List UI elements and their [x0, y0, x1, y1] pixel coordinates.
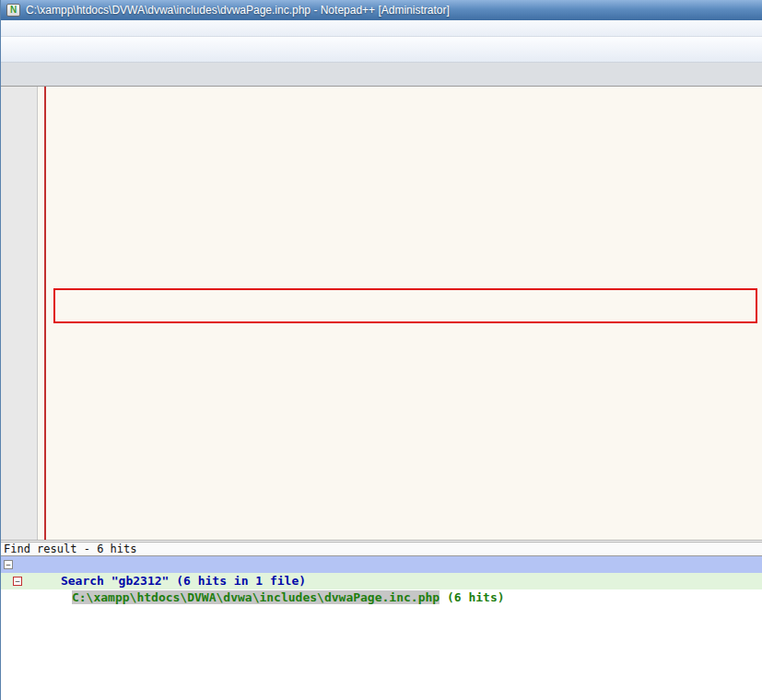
tab-bar	[1, 63, 762, 87]
toolbar	[1, 37, 762, 63]
search-summary-row[interactable]: Search "gb2312" (6 hits in 1 file)	[1, 556, 762, 573]
title-bar[interactable]: N C:\xampp\htdocs\DVWA\dvwa\includes\dvw…	[1, 0, 762, 20]
code-area[interactable]	[53, 87, 762, 540]
notepad-plus-plus-window: N C:\xampp\htdocs\DVWA\dvwa\includes\dvw…	[0, 0, 762, 700]
line-number-gutter	[1, 87, 38, 540]
collapse-search-icon[interactable]: −	[4, 560, 13, 569]
fold-line	[44, 87, 46, 540]
search-summary-label: Search "gb2312" (6 hits in 1 file)	[61, 574, 306, 588]
file-path-label: C:\xampp\htdocs\DVWA\dvwa\includes\dvwaP…	[72, 590, 440, 604]
find-result-caption[interactable]: Find result - 6 hits	[1, 540, 762, 556]
collapse-file-icon[interactable]: −	[13, 577, 22, 586]
window-title: C:\xampp\htdocs\DVWA\dvwa\includes\dvwaP…	[26, 4, 450, 17]
fold-margin	[38, 87, 53, 540]
annotation-highlight-box	[53, 288, 757, 323]
menu-bar	[1, 20, 762, 37]
find-result-panel[interactable]: − − Search "gb2312" (6 hits in 1 file) C…	[1, 556, 762, 700]
code-editor[interactable]	[1, 87, 762, 540]
file-hits-label: (6 hits)	[440, 590, 504, 604]
notepad-plus-plus-icon: N	[6, 4, 20, 17]
